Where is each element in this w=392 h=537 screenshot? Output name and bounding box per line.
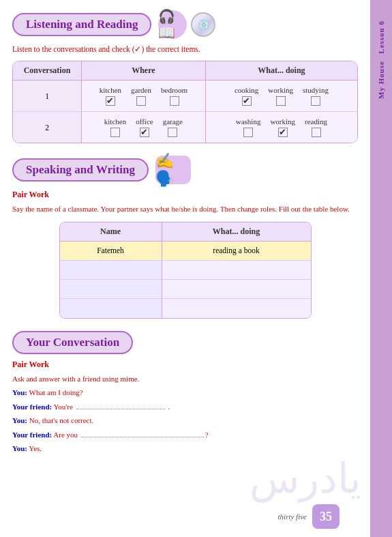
doing-working-1[interactable]: working <box>268 86 293 106</box>
conversation-table: Conversation Where What... doing 1 kitch… <box>12 61 358 143</box>
speaking-instruction: Say the name of a classmate. Your partne… <box>12 203 358 215</box>
page-text: thirty five <box>278 512 307 521</box>
speak-name-input-3 <box>67 285 155 293</box>
yc-line-4: Your friend: Are you ? <box>12 429 358 441</box>
speak-row <box>60 299 311 318</box>
col-where: Where <box>82 61 206 81</box>
speak-name-3[interactable] <box>60 280 162 299</box>
main-content: Listening and Reading 🎧📖 💿 Listen to the… <box>0 0 370 537</box>
yc-line-2: Your friend: You're . <box>12 401 358 413</box>
doing-cooking-1[interactable]: cooking ✔ <box>235 86 258 106</box>
speak-col-doing: What... doing <box>162 222 311 242</box>
yc-line-1: You: What am I doing? <box>12 387 358 399</box>
speak-row <box>60 280 311 299</box>
checkbox-kitchen-2[interactable] <box>110 128 120 137</box>
your-conv-header: Your Conversation <box>12 331 358 354</box>
checkbox-bedroom-1[interactable] <box>170 96 179 106</box>
speak-name-2[interactable] <box>60 261 162 280</box>
listening-icons: 🎧📖 💿 <box>158 10 215 39</box>
speak-row <box>60 261 311 280</box>
speaking-header: Speaking and Writing ✍️🗣️ <box>12 156 358 184</box>
checkbox-kitchen-1[interactable]: ✔ <box>106 96 115 106</box>
where-1: kitchen ✔ garden bedroom <box>82 81 206 112</box>
conv-num-2: 2 <box>13 112 82 143</box>
speak-doing-3[interactable] <box>162 280 311 299</box>
speak-name-input-2 <box>67 265 155 274</box>
side-tab-title: My House <box>377 61 385 99</box>
where-office-2[interactable]: office ✔ <box>136 117 153 137</box>
speak-name-1: Fatemeh <box>60 242 162 261</box>
speak-doing-input-3 <box>169 285 304 293</box>
where-2: kitchen office ✔ garage <box>82 112 206 143</box>
col-conversation: Conversation <box>13 61 82 81</box>
doing-1: cooking ✔ working studying <box>206 81 357 112</box>
where-bedroom-1[interactable]: bedroom <box>161 86 187 106</box>
checkbox-working-1[interactable] <box>276 96 286 106</box>
speaking-icon: ✍️🗣️ <box>155 156 191 184</box>
speak-doing-input-4 <box>169 304 304 313</box>
speak-doing-4[interactable] <box>162 299 311 318</box>
speaking-title: Speaking and Writing <box>12 158 149 182</box>
yc-line-0: Ask and answer with a friend using mime. <box>12 373 358 386</box>
speak-name-input-4 <box>67 304 155 313</box>
speak-row: Fatemeh reading a book <box>60 242 311 261</box>
doing-reading-2[interactable]: reading <box>305 117 327 137</box>
speaking-table: Name What... doing Fatemeh reading a boo… <box>59 222 312 319</box>
listening-header: Listening and Reading 🎧📖 💿 <box>12 10 358 39</box>
doing-studying-1[interactable]: studying <box>303 86 329 106</box>
where-garage-2[interactable]: garage <box>163 117 183 137</box>
table-row: 2 kitchen office ✔ garage <box>13 112 357 143</box>
speak-doing-2[interactable] <box>162 261 311 280</box>
page-number: 35 <box>312 504 340 529</box>
checkbox-reading-2[interactable] <box>312 128 321 137</box>
speak-col-name: Name <box>60 222 162 242</box>
table-row: 1 kitchen ✔ garden bedroom <box>13 81 357 112</box>
yc-line-3: You: No, that's not correct. <box>12 415 358 427</box>
yc-blank-1 <box>76 409 165 409</box>
doing-washing-2[interactable]: washing <box>236 117 261 137</box>
your-conv-pair-work: Pair Work <box>12 360 358 370</box>
cd-icon: 💿 <box>191 12 215 37</box>
listening-title: Listening and Reading <box>12 13 151 36</box>
yc-blank-2 <box>81 437 204 437</box>
yc-line-5: You: Yes. <box>12 443 358 455</box>
listening-instruction: Listen to the conversations and check (✓… <box>12 44 358 54</box>
page-number-area: thirty five 35 <box>278 504 340 529</box>
checkbox-garden-1[interactable] <box>136 96 146 106</box>
checkbox-washing-2[interactable] <box>243 128 253 137</box>
side-tab: Lesson 6 My House <box>370 0 392 537</box>
col-doing: What... doing <box>206 61 357 81</box>
where-kitchen-2[interactable]: kitchen <box>104 117 126 137</box>
speaking-pair-work: Pair Work <box>12 190 358 200</box>
your-conv-title: Your Conversation <box>12 331 133 354</box>
side-tab-text: Lesson 6 <box>377 20 385 54</box>
your-conversation-section: Your Conversation Pair Work Ask and answ… <box>12 331 358 456</box>
where-kitchen-1[interactable]: kitchen ✔ <box>100 86 121 106</box>
checkbox-studying-1[interactable] <box>311 96 320 106</box>
speak-doing-1: reading a book <box>162 242 311 261</box>
checkbox-garage-2[interactable] <box>168 128 177 137</box>
checkbox-office-2[interactable]: ✔ <box>140 128 149 137</box>
checkbox-working-2[interactable]: ✔ <box>278 128 288 137</box>
checkbox-cooking-1[interactable]: ✔ <box>242 96 252 106</box>
speaking-section: Speaking and Writing ✍️🗣️ Pair Work Say … <box>12 156 358 319</box>
doing-2: washing working ✔ reading <box>206 112 357 143</box>
speak-name-4[interactable] <box>60 299 162 318</box>
doing-working-2[interactable]: working ✔ <box>270 117 295 137</box>
speak-doing-input-2 <box>169 265 304 274</box>
headphone-book-icon: 🎧📖 <box>158 10 187 39</box>
conv-num-1: 1 <box>13 81 82 112</box>
where-garden-1[interactable]: garden <box>131 86 151 106</box>
